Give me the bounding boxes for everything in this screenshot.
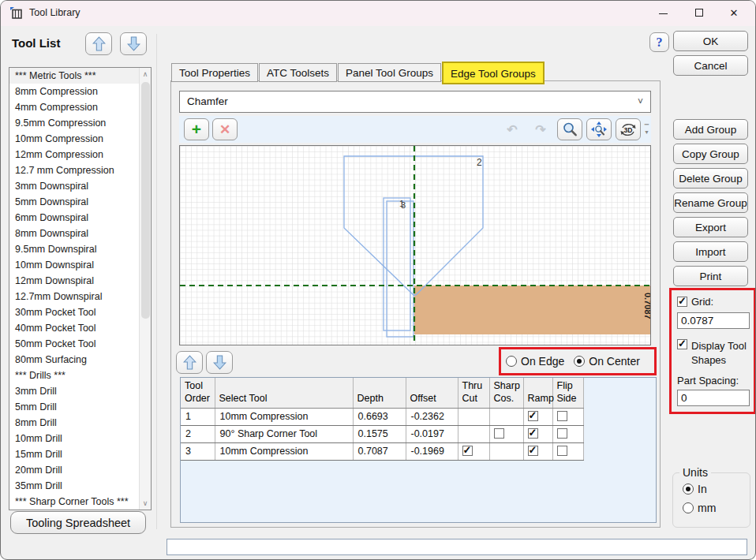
3d-view-button[interactable]: 3D [616, 118, 641, 140]
sharp-cos-cell[interactable] [489, 425, 523, 442]
tool-shape-canvas[interactable]: 0.7087 2 1 3 [179, 145, 651, 345]
grid-size-input[interactable] [677, 312, 750, 329]
list-item[interactable]: 80mm Surfacing [9, 352, 139, 368]
tab-panel-tool-groups[interactable]: Panel Tool Groups [338, 63, 441, 82]
tool-cell[interactable]: 10mm Compression [215, 408, 353, 425]
display-tool-shapes-checkbox[interactable] [677, 339, 687, 349]
table-row[interactable]: 290° Sharp Corner Tool0.1575-0.0197 [181, 425, 583, 442]
undo-button[interactable]: ↶ [500, 118, 525, 140]
export-button[interactable]: Export [673, 217, 748, 237]
list-item[interactable]: 10mm Downspiral [9, 257, 139, 273]
tool-order-up-button[interactable] [176, 351, 203, 374]
scrollbar-thumb[interactable] [141, 82, 150, 319]
zoom-button[interactable] [557, 118, 582, 140]
list-item[interactable]: 3mm Downspiral [9, 178, 139, 194]
list-item[interactable]: 8mm Compression [9, 84, 139, 99]
print-button[interactable]: Print [673, 266, 748, 286]
flip-side-cell[interactable] [552, 408, 583, 425]
list-item[interactable]: 9.5mm Compression [9, 115, 139, 131]
list-item[interactable]: 4mm Compression [9, 99, 139, 115]
list-item[interactable]: 20mm Drill [9, 462, 139, 478]
flip-side-checkbox[interactable] [557, 411, 567, 421]
ramp-checkbox[interactable] [528, 411, 538, 421]
list-item[interactable]: 40mm Pocket Tool [9, 320, 139, 336]
list-item[interactable]: *** Drills *** [9, 368, 139, 383]
list-item[interactable]: 12.7 mm Compression [9, 162, 139, 178]
scroll-down-icon[interactable]: ∨ [140, 499, 151, 507]
list-item[interactable]: 10mm Compression [9, 131, 139, 147]
on-center-radio[interactable] [574, 356, 585, 367]
thru-cut-cell[interactable] [458, 442, 489, 460]
tool-list-move-up-button[interactable] [85, 32, 112, 55]
tooling-spreadsheet-button[interactable]: Tooling Spreadsheet [10, 511, 146, 534]
flip-side-checkbox[interactable] [557, 428, 567, 439]
list-item[interactable]: 35mm Drill [9, 478, 139, 494]
table-row[interactable]: 310mm Compression0.7087-0.1969 [181, 442, 583, 460]
list-item[interactable]: 5mm Drill [9, 399, 139, 415]
list-item[interactable]: 5mm Downspiral [9, 194, 139, 210]
tab-tool-properties[interactable]: Tool Properties [171, 63, 258, 82]
zoom-extents-button[interactable] [586, 118, 612, 140]
ramp-checkbox[interactable] [528, 428, 538, 439]
list-item[interactable]: 3mm Drill [9, 383, 139, 399]
table-row[interactable]: 110mm Compression0.6693-0.2362 [181, 408, 583, 425]
tool-list-scrollbar[interactable]: ∧ ∨ [139, 68, 151, 510]
copy-group-button[interactable]: Copy Group [673, 144, 748, 164]
list-item[interactable]: 50mm Pocket Tool [9, 336, 139, 352]
sharp-cos-cell[interactable] [489, 408, 523, 425]
close-button[interactable]: ✕ [717, 1, 750, 26]
scroll-up-icon[interactable]: ∧ [140, 70, 151, 78]
toolbar-overflow-icon[interactable]: ▔▼ [644, 125, 649, 135]
delete-group-button[interactable]: Delete Group [673, 168, 748, 189]
order-cell[interactable]: 2 [181, 425, 215, 442]
ramp-checkbox[interactable] [528, 446, 538, 456]
grid-checkbox[interactable] [677, 297, 687, 307]
tool-cell[interactable]: 90° Sharp Corner Tool [215, 425, 353, 442]
on-edge-radio[interactable] [506, 356, 517, 367]
list-item[interactable]: *** Sharp Corner Tools *** [9, 494, 139, 510]
tool-order-down-button[interactable] [206, 351, 233, 374]
tab-atc-toolsets[interactable]: ATC Toolsets [259, 63, 337, 82]
thru-cut-checkbox[interactable] [462, 446, 473, 456]
rename-group-button[interactable]: Rename Group [673, 192, 748, 213]
list-item[interactable]: 15mm Drill [9, 446, 139, 462]
flip-side-cell[interactable] [552, 442, 583, 460]
ok-button[interactable]: OK [673, 31, 748, 51]
list-item[interactable]: 30mm Pocket Tool [9, 304, 139, 320]
cancel-button[interactable]: Cancel [673, 55, 748, 76]
depth-cell[interactable]: 0.6693 [353, 408, 406, 425]
units-mm-radio[interactable] [683, 502, 694, 513]
help-button[interactable]: ? [649, 32, 669, 52]
thru-cut-cell[interactable] [458, 408, 489, 425]
list-item[interactable]: 9.5mm Downspiral [9, 241, 139, 257]
ramp-cell[interactable] [523, 408, 552, 425]
offset-cell[interactable]: -0.1969 [406, 442, 458, 460]
delete-tool-button[interactable]: ✕ [212, 118, 238, 140]
list-item[interactable]: 8mm Drill [9, 415, 139, 431]
offset-cell[interactable]: -0.0197 [406, 425, 458, 442]
sharp-cos-cell[interactable] [489, 442, 523, 460]
ramp-cell[interactable] [523, 442, 552, 460]
list-item[interactable]: *** Metric Tools *** [9, 68, 139, 84]
minimize-button[interactable] [646, 1, 679, 26]
add-tool-button[interactable]: + [184, 118, 209, 140]
add-group-button[interactable]: Add Group [673, 119, 748, 140]
flip-side-checkbox[interactable] [557, 446, 567, 456]
redo-button[interactable]: ↷ [528, 118, 553, 140]
tool-list-move-down-button[interactable] [120, 32, 147, 55]
ramp-cell[interactable] [523, 425, 552, 442]
depth-cell[interactable]: 0.1575 [353, 425, 406, 442]
order-cell[interactable]: 3 [181, 442, 215, 460]
order-cell[interactable]: 1 [181, 408, 215, 425]
list-item[interactable]: 12mm Compression [9, 147, 139, 162]
offset-cell[interactable]: -0.2362 [406, 408, 458, 425]
tool-cell[interactable]: 10mm Compression [215, 442, 353, 460]
list-item[interactable]: 10mm Drill [9, 431, 139, 446]
units-in-radio[interactable] [683, 483, 694, 495]
import-button[interactable]: Import [673, 241, 748, 262]
edge-group-select[interactable]: Chamfer ˅ [179, 91, 651, 113]
list-item[interactable]: 8mm Downspiral [9, 226, 139, 241]
list-item[interactable]: 6mm Downspiral [9, 210, 139, 226]
list-item[interactable]: 12mm Downspiral [9, 273, 139, 289]
sharp-cos-checkbox[interactable] [494, 428, 504, 439]
